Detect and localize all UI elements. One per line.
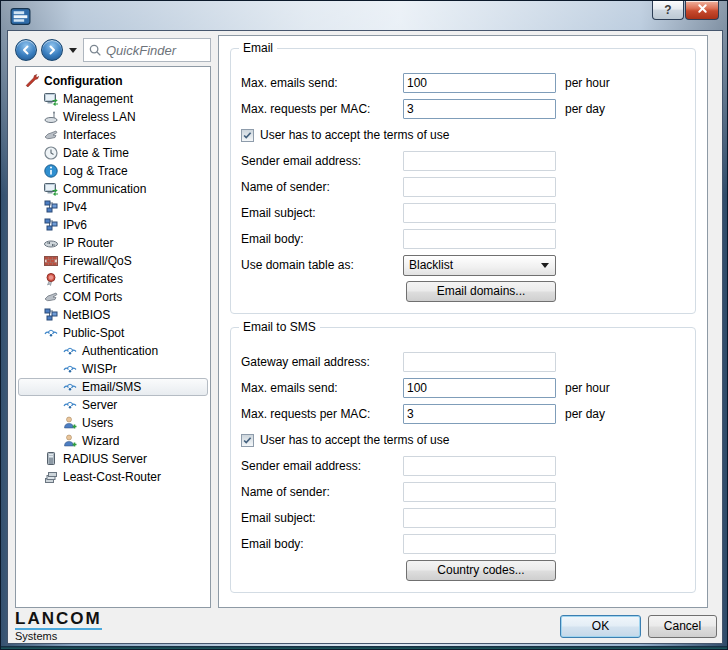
cancel-button[interactable]: Cancel [648,615,717,638]
name-of-sender-input[interactable] [403,177,556,197]
user-add-icon [61,415,78,431]
button-row: Country codes... [406,560,685,580]
form-row: Name of sender: [241,482,685,502]
tree-item-radius-server[interactable]: RADIUS Server [18,450,208,468]
back-button[interactable] [15,39,37,61]
tree-item-ipv4[interactable]: IPv4 [18,198,208,216]
email-body-input[interactable] [403,229,556,249]
use-domain-table-as-select[interactable]: Blacklist [403,255,556,276]
tree-item-label: IPv6 [63,218,87,232]
button-row: Email domains... [406,281,685,301]
quickfinder-input[interactable] [106,43,206,58]
arrow-left-icon [21,45,31,55]
group-title: Email to SMS [239,320,320,334]
max-requests-per-mac-input[interactable] [403,99,556,119]
field-label: Sender email address: [241,154,403,168]
info-icon [42,163,59,179]
field-label: Sender email address: [241,459,403,473]
tree-item-label: Date & Time [63,146,129,160]
tree-item-interfaces[interactable]: Interfaces [18,126,208,144]
tree-item-certificates[interactable]: Certificates [18,270,208,288]
terms-checkbox[interactable] [241,129,254,142]
tree-item-ipv6[interactable]: IPv6 [18,216,208,234]
tree-item-wispr[interactable]: WISPr [18,360,208,378]
form-row: Sender email address: [241,456,685,476]
tree-item-management[interactable]: Management [18,90,208,108]
sender-email-address-input[interactable] [403,151,556,171]
firewall-icon [42,253,59,269]
country-codes-button[interactable]: Country codes... [406,560,556,581]
navigation-toolbar [15,37,211,63]
field-label: Name of sender: [241,485,403,499]
tree-item-server[interactable]: Server [18,396,208,414]
help-button[interactable]: ? [652,1,684,20]
tree-item-netbios[interactable]: NetBIOS [18,306,208,324]
field-label: Max. requests per MAC: [241,407,403,421]
sender-email-address-input[interactable] [403,456,556,476]
field-label: Max. requests per MAC: [241,102,403,116]
terms-checkbox[interactable] [241,434,254,447]
gateway-email-address-input[interactable] [403,352,556,372]
tree-item-label: WISPr [82,362,117,376]
tree-item-label: Users [82,416,113,430]
group-title: Email [239,41,277,55]
forward-button[interactable] [41,39,63,61]
checkbox-label: User has to accept the terms of use [260,433,449,447]
tree-item-label: Wireless LAN [63,110,136,124]
dialog-client-area: ConfigurationManagementWireless LANInter… [7,30,723,644]
form-row: Use domain table as:Blacklist [241,255,685,275]
tree-item-label: NetBIOS [63,308,110,322]
field-label: Email body: [241,537,403,551]
close-icon [697,3,708,17]
unit-label: per day [565,102,605,116]
form-row: Max. requests per MAC:per day [241,404,685,424]
max-requests-per-mac-input[interactable] [403,404,556,424]
email-subject-input[interactable] [403,203,556,223]
tree-item-users[interactable]: Users [18,414,208,432]
max-emails-send-input[interactable] [403,378,556,398]
max-emails-send-input[interactable] [403,73,556,93]
tree-item-authentication[interactable]: Authentication [18,342,208,360]
server-icon [42,451,59,467]
form-row: Max. requests per MAC:per day [241,99,685,119]
form-row: Max. emails send:per hour [241,73,685,93]
hand-icon [42,127,59,143]
tree-item-configuration[interactable]: Configuration [18,72,208,90]
field-label: Use domain table as: [241,258,403,272]
chevron-down-icon [541,263,549,268]
router-icon [42,235,59,251]
name-of-sender-input[interactable] [403,482,556,502]
email-domains-button[interactable]: Email domains... [406,281,556,302]
tree-item-com-ports[interactable]: COM Ports [18,288,208,306]
stack-icon [42,469,59,485]
tree-item-label: Email/SMS [82,380,141,394]
tree-item-wizard[interactable]: Wizard [18,432,208,450]
history-dropdown-icon[interactable] [69,48,77,53]
tree-item-log-trace[interactable]: Log & Trace [18,162,208,180]
help-icon: ? [664,3,671,17]
network-icon [42,307,59,323]
field-label: Max. emails send: [241,76,403,90]
field-label: Max. emails send: [241,381,403,395]
email-body-input[interactable] [403,534,556,554]
checkbox-row: User has to accept the terms of use [241,125,685,145]
tree-item-public-spot[interactable]: Public-Spot [18,324,208,342]
tree-item-label: Interfaces [63,128,116,142]
form-row: Sender email address: [241,151,685,171]
tree-item-wireless-lan[interactable]: Wireless LAN [18,108,208,126]
tree-item-label: COM Ports [63,290,122,304]
email-subject-input[interactable] [403,508,556,528]
arrow-right-icon [47,45,57,55]
tree-item-email-sms[interactable]: Email/SMS [18,378,208,396]
network-icon [42,217,59,233]
close-button[interactable] [685,1,719,20]
tree-item-communication[interactable]: Communication [18,180,208,198]
tree-item-firewall-qos[interactable]: Firewall/QoS [18,252,208,270]
tree-item-label: Public-Spot [63,326,124,340]
tree-item-least-cost-router[interactable]: Least-Cost-Router [18,468,208,486]
network-icon [42,199,59,215]
wifi-icon [61,397,78,413]
ok-button[interactable]: OK [560,615,641,638]
tree-item-ip-router[interactable]: IP Router [18,234,208,252]
tree-item-date-time[interactable]: Date & Time [18,144,208,162]
